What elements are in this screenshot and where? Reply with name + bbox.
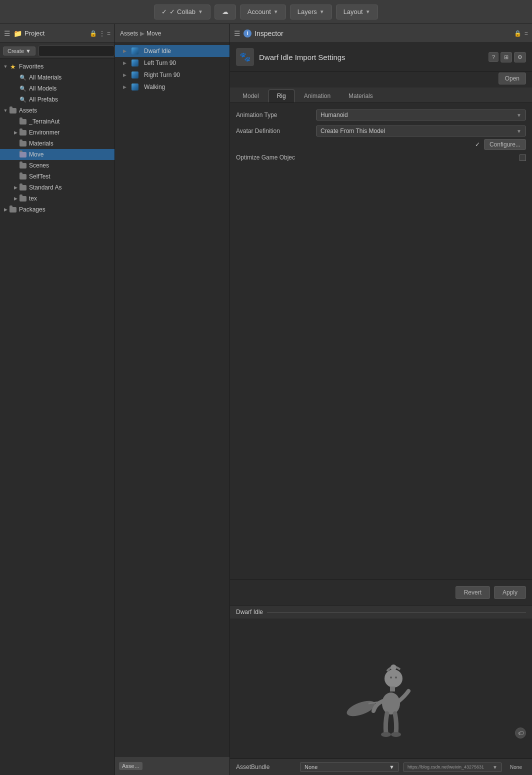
right-turn-item[interactable]: ▶ Right Turn 90 xyxy=(115,69,230,81)
all-prefabs-item[interactable]: 🔍 All Prefabs xyxy=(0,94,114,105)
import-info-btn[interactable]: ? xyxy=(488,52,498,62)
inspector-title-text: Inspector xyxy=(254,30,284,38)
layers-button[interactable]: Layers ▼ xyxy=(290,4,332,20)
search-icon-materials: 🔍 xyxy=(19,74,27,82)
avatar-definition-selected: Create From This Model xyxy=(320,128,385,134)
optimize-label: Optimize Game Objec xyxy=(236,154,520,161)
import-settings-title-text: Dwarf Idle Import Settings xyxy=(259,53,346,62)
more-options-icon[interactable]: ⋮ xyxy=(99,30,105,37)
import-gear-btn[interactable]: ⚙ xyxy=(514,52,526,62)
move-folder-icon xyxy=(19,150,27,158)
left-turn-item[interactable]: ▶ Left Turn 90 xyxy=(115,57,230,69)
standard-assets-item[interactable]: ▶ Standard As xyxy=(0,182,114,193)
tab-animation[interactable]: Animation xyxy=(296,90,339,102)
cloud-button[interactable]: ☁ xyxy=(214,4,236,20)
left-turn-arrow: ▶ xyxy=(123,60,128,66)
animation-type-label: Animation Type xyxy=(236,112,316,118)
asset-bundle-label: AssetBundle xyxy=(236,764,296,770)
all-materials-label: All Materials xyxy=(29,74,62,81)
layout-button[interactable]: Layout ▼ xyxy=(336,4,378,20)
optimize-checkbox[interactable] xyxy=(520,154,526,161)
tab-rig[interactable]: Rig xyxy=(268,90,294,102)
assets-group[interactable]: ▼ Assets xyxy=(0,105,114,116)
terrain-folder-icon xyxy=(19,118,27,126)
materials-item[interactable]: Materials xyxy=(0,138,114,149)
create-button[interactable]: Create ▼ xyxy=(3,46,36,56)
assets-list: ▶ Dwarf Idle ▶ Left Turn 90 ▶ Right Turn… xyxy=(115,43,230,756)
layers-arrow-icon: ▼ xyxy=(320,9,324,14)
selftest-item[interactable]: SelfTest xyxy=(0,171,114,182)
selftest-folder-icon xyxy=(19,172,27,180)
project-panel-header: ☰ 📁 Project 🔒 ⋮ = xyxy=(0,24,114,43)
apply-button[interactable]: Apply xyxy=(494,586,526,599)
asset-bottom-icon[interactable]: Asse… xyxy=(119,762,142,770)
revert-button[interactable]: Revert xyxy=(456,586,490,599)
cloud-icon: ☁ xyxy=(222,8,228,16)
preview-viewport: 🏷 xyxy=(230,618,532,758)
asset-bundle-row: AssetBundle None ▼ https://blog.csdn.net… xyxy=(230,758,532,775)
collab-label: ✓ Collab xyxy=(170,8,195,16)
search-icon-prefabs: 🔍 xyxy=(19,96,27,104)
dwarf-idle-label: Dwarf Idle xyxy=(144,48,171,54)
animation-type-dropdown[interactable]: Humanoid ▼ xyxy=(316,110,526,120)
preview-title: Dwarf Idle xyxy=(236,608,263,616)
asset-bundle-value1: None xyxy=(304,764,318,770)
import-settings-header: 🐾 Dwarf Idle Import Settings ? ⊞ ⚙ xyxy=(230,43,532,72)
favorites-arrow: ▼ xyxy=(2,64,9,69)
account-arrow-icon: ▼ xyxy=(274,9,278,14)
dwarf-idle-item[interactable]: ▶ Dwarf Idle xyxy=(115,45,230,57)
inspector-lock-icon: 🔒 xyxy=(514,30,522,37)
svg-point-8 xyxy=(390,676,392,678)
asset-bundle-dropdown1[interactable]: None ▼ xyxy=(300,762,399,772)
tab-model[interactable]: Model xyxy=(234,90,268,102)
all-prefabs-label: All Prefabs xyxy=(29,96,58,103)
project-header-icons: 🔒 ⋮ = xyxy=(90,30,110,37)
create-label: Create xyxy=(8,48,24,54)
inspector-title: i Inspector xyxy=(244,30,511,38)
walking-item[interactable]: ▶ Walking xyxy=(115,81,230,93)
configure-button[interactable]: Configure... xyxy=(484,139,526,150)
collab-button[interactable]: ✓ ✓ Collab ▼ xyxy=(154,4,210,20)
create-arrow-icon: ▼ xyxy=(26,48,31,54)
tex-item[interactable]: ▶ tex xyxy=(0,193,114,204)
checkmark-icon: ✓ xyxy=(475,141,480,148)
svg-point-2 xyxy=(382,692,400,714)
all-models-item[interactable]: 🔍 All Models xyxy=(0,83,114,94)
selftest-label: SelfTest xyxy=(29,173,50,180)
svg-point-7 xyxy=(390,664,396,670)
preview-tag-icon[interactable]: 🏷 xyxy=(515,728,526,738)
import-split-btn[interactable]: ⊞ xyxy=(500,52,512,62)
asset-bundle-dropdown2[interactable]: https://blog.csdn.net/weixin_43275631 ▼ xyxy=(403,762,502,772)
inspector-hamburger-icon[interactable]: ☰ xyxy=(234,30,240,38)
packages-arrow: ▶ xyxy=(2,207,9,212)
tab-materials[interactable]: Materials xyxy=(340,90,382,102)
scenes-item[interactable]: Scenes xyxy=(0,160,114,171)
animation-type-row: Animation Type Humanoid ▼ xyxy=(236,109,526,121)
environment-item[interactable]: ▶ Environmer xyxy=(0,127,114,138)
move-item[interactable]: Move xyxy=(0,149,114,160)
tex-folder-icon xyxy=(19,194,27,202)
collab-arrow-icon: ▼ xyxy=(198,9,203,14)
inspector-header: ☰ i Inspector 🔒 = xyxy=(230,24,532,43)
favorites-group[interactable]: ▼ ★ Favorites xyxy=(0,61,114,72)
packages-group[interactable]: ▶ Packages xyxy=(0,204,114,215)
walking-label: Walking xyxy=(144,84,165,90)
import-icon: 🐾 xyxy=(236,48,254,66)
svg-point-0 xyxy=(345,698,378,719)
left-turn-label: Left Turn 90 xyxy=(144,60,176,66)
inspector-options-icon[interactable]: = xyxy=(524,30,528,37)
svg-rect-4 xyxy=(390,686,395,692)
all-materials-item[interactable]: 🔍 All Materials xyxy=(0,72,114,83)
account-button[interactable]: Account ▼ xyxy=(240,4,286,20)
hamburger-icon[interactable]: ☰ xyxy=(4,30,10,38)
project-search-input[interactable] xyxy=(38,46,114,56)
terrain-item[interactable]: _TerrainAut xyxy=(0,116,114,127)
panel-options-icon[interactable]: = xyxy=(107,30,110,37)
top-toolbar: ✓ ✓ Collab ▼ ☁ Account ▼ Layers ▼ Layout… xyxy=(0,0,532,24)
open-button[interactable]: Open xyxy=(498,72,526,84)
avatar-definition-dropdown[interactable]: Create From This Model ▼ xyxy=(316,126,526,136)
standard-arrow: ▶ xyxy=(12,185,19,190)
breadcrumb-root: Assets xyxy=(120,30,138,37)
bottom-buttons: Revert Apply xyxy=(230,580,532,605)
standard-folder-icon xyxy=(19,184,27,192)
